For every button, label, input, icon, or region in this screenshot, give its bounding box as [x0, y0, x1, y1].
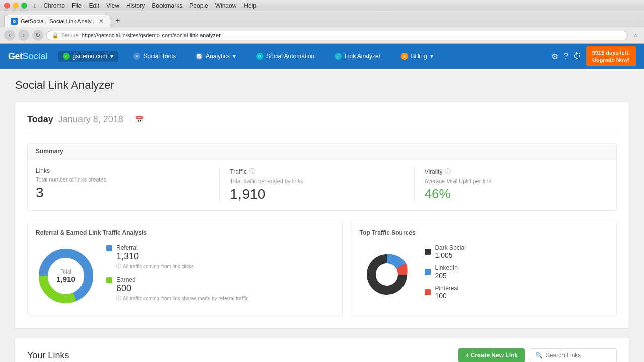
links-label: Links	[36, 167, 50, 174]
gsdemo-dot: ✓	[63, 53, 70, 60]
earned-legend-label: Earned	[116, 276, 248, 283]
address-bar[interactable]: 🔒 Secure https://getsocial.io/sites/gsde…	[46, 31, 628, 40]
active-tab[interactable]: G GetSocial - Social Link Analy... ✕	[4, 15, 110, 27]
traffic-label: Traffic	[230, 168, 247, 175]
virality-label: Virality	[425, 168, 443, 175]
os-menu-view[interactable]: View	[106, 2, 119, 9]
upgrade-button[interactable]: 9919 days left. Upgrade Now!	[586, 46, 636, 67]
links-sublabel: Total number of links created	[36, 176, 209, 183]
pie-section: Dark Social 1,005 LinkedIn 205	[359, 244, 608, 305]
os-menu-bookmarks[interactable]: Bookmarks	[152, 2, 182, 9]
legend-earned: Earned 600 ⓘ All traffic coming from lin…	[106, 276, 248, 302]
earned-legend-value: 600	[116, 283, 248, 294]
links-header: Your Links + Create New Link 🔍	[27, 348, 617, 362]
page-title: Social Link Analyzer	[15, 79, 629, 92]
nav-analytics-label: Analytics	[206, 53, 230, 60]
nav-social-tools-label: Social Tools	[143, 53, 176, 60]
browser-nav-bar: ‹ › ↻ 🔒 Secure https://getsocial.io/site…	[0, 27, 644, 43]
secure-label: Secure	[61, 32, 79, 38]
tab-title: GetSocial - Social Link Analy...	[21, 18, 96, 24]
page-content: Social Link Analyzer Today January 8, 20…	[0, 69, 644, 362]
settings-icon[interactable]: ⚙	[551, 52, 558, 61]
dark-social-color	[425, 249, 431, 255]
traffic-info-icon[interactable]: ⓘ	[249, 167, 255, 176]
social-tools-dot: ≡	[133, 53, 140, 60]
traffic-value: 1,910	[230, 186, 404, 202]
create-link-label: + Create New Link	[465, 352, 518, 359]
search-links-box[interactable]: 🔍	[530, 348, 617, 362]
social-automation-dot: ⟳	[256, 53, 263, 60]
links-card: Your Links + Create New Link 🔍	[15, 338, 629, 362]
timer-icon[interactable]: ⏱	[573, 52, 581, 61]
os-menu-help[interactable]: Help	[244, 2, 256, 9]
nav-link-analyzer-label: Link Analyzer	[345, 53, 380, 60]
os-menu-chrome[interactable]: Chrome	[43, 2, 65, 9]
summary-links: Links Total number of links created 3	[36, 167, 220, 202]
upgrade-line2: Upgrade Now!	[592, 56, 630, 63]
calendar-icon[interactable]: 📅	[135, 116, 143, 124]
virality-info-icon[interactable]: ⓘ	[445, 167, 451, 176]
analytics-dot: 📈	[196, 53, 203, 60]
maximize-window-dot[interactable]	[21, 3, 27, 9]
search-links-input[interactable]	[546, 352, 611, 359]
minimize-window-dot[interactable]	[13, 3, 19, 9]
referral-legend-value: 1,310	[116, 251, 194, 262]
earned-legend-desc: ⓘ All traffic coming from link shares ma…	[116, 295, 248, 302]
traffic-legend: Dark Social 1,005 LinkedIn 205	[425, 244, 608, 305]
earned-color	[106, 277, 112, 283]
bookmark-icon[interactable]: ☆	[631, 31, 640, 40]
reload-button[interactable]: ↻	[32, 30, 43, 41]
os-menu-people[interactable]: People	[189, 2, 208, 9]
nav-social-tools[interactable]: ≡ Social Tools	[128, 51, 181, 62]
main-dashboard-card: Today January 8, 2018 | 📅 Summary Links …	[15, 102, 629, 328]
nav-gsdemo[interactable]: ✓ gsdemo.com ▾	[58, 51, 119, 62]
traffic-chart-title: Top Traffic Sources	[359, 229, 608, 236]
link-analyzer-dot: 🔗	[335, 53, 342, 60]
donut-total-value: 1,910	[56, 275, 75, 283]
forward-button[interactable]: ›	[18, 30, 29, 41]
os-menu-window[interactable]: Window	[215, 2, 237, 9]
nav-link-analyzer[interactable]: 🔗 Link Analyzer	[330, 51, 385, 62]
referral-info-icon[interactable]: ⓘ	[116, 263, 121, 270]
dark-social-value: 1,005	[435, 251, 465, 259]
donut-center-label: Total 1,910	[56, 269, 75, 283]
links-value: 3	[36, 185, 209, 201]
nav-analytics[interactable]: 📈 Analytics ▾	[191, 51, 241, 62]
svg-text:G: G	[13, 19, 16, 24]
os-menu-history[interactable]: History	[126, 2, 145, 9]
linkedin-name: LinkedIn	[435, 264, 457, 272]
links-title: Your Links	[27, 350, 69, 361]
os-menu-apple[interactable]: 	[34, 2, 36, 9]
nav-social-automation[interactable]: ⟳ Social Automation	[251, 51, 319, 62]
app-logo[interactable]: GetSocial	[8, 51, 48, 62]
dark-social-name: Dark Social	[435, 244, 465, 251]
window-controls	[4, 3, 27, 9]
help-icon[interactable]: ?	[564, 52, 568, 61]
nav-analytics-arrow: ▾	[233, 53, 236, 60]
date-today-label: Today	[27, 114, 53, 125]
tab-bar: G GetSocial - Social Link Analy... ✕ +	[0, 11, 644, 27]
traffic-pinterest: Pinterest 100	[425, 285, 608, 300]
lock-icon: 🔒	[52, 32, 59, 39]
search-icon: 🔍	[535, 352, 543, 359]
nav-social-automation-label: Social Automation	[266, 53, 314, 60]
legend-referral: Referral 1,310 ⓘ All traffic coming from…	[106, 244, 248, 270]
os-menu-edit[interactable]: Edit	[89, 2, 99, 9]
new-tab-button[interactable]: +	[111, 14, 124, 27]
back-button[interactable]: ‹	[4, 30, 15, 41]
date-separator: |	[128, 116, 130, 123]
nav-billing-label: Billing	[411, 53, 427, 60]
tab-close-icon[interactable]: ✕	[99, 18, 104, 25]
pinterest-color	[425, 289, 431, 295]
donut-section: Total 1,910 Referral 1,310 ⓘ	[36, 244, 334, 308]
earned-info-icon[interactable]: ⓘ	[116, 295, 121, 302]
close-window-dot[interactable]	[4, 3, 10, 9]
create-link-button[interactable]: + Create New Link	[458, 348, 525, 362]
os-menu-file[interactable]: File	[72, 2, 82, 9]
nav-billing[interactable]: $ Billing ▾	[396, 51, 438, 62]
nav-gsdemo-label: gsdemo.com	[73, 53, 108, 60]
pinterest-name: Pinterest	[435, 285, 458, 292]
traffic-sublabel: Total traffic generated by links	[230, 178, 404, 184]
links-actions: + Create New Link 🔍	[458, 348, 617, 362]
svg-point-6	[376, 263, 398, 286]
